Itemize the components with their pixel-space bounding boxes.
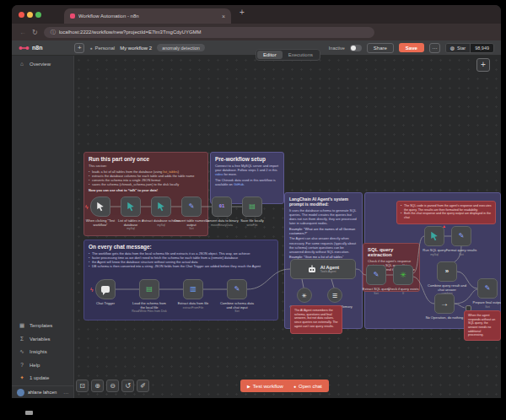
undo-button[interactable]: ↺ [121,380,134,392]
if-icon: ✳ [400,272,406,279]
person-icon: ● [89,46,92,51]
tab-title: Workflow Automation - n8n [78,13,218,19]
breadcrumb-project[interactable]: Personal [94,46,115,51]
save-button[interactable]: Save [399,43,424,52]
brand-name: n8n [32,45,42,51]
node-save-file[interactable]: ▤ [242,197,262,217]
sidebar-item-insights[interactable]: ∿ Insights [12,345,73,358]
memory-icon: ☰ [332,293,337,299]
openai-icon: ✳ [302,293,307,299]
node-extract-file[interactable]: ▥ [183,279,203,299]
node-buffer-memory[interactable]: ☰ [327,288,342,303]
edit-fields-icon: ✎ [189,203,195,210]
share-button[interactable]: Share [367,43,394,53]
desktop-sliver [25,411,33,415]
sidebar-item-variables[interactable]: Σ Variables [12,332,73,345]
sticky-note-sql-run[interactable]: The SQL code is parsed from the agent's … [396,201,496,224]
sticky-note-memory[interactable]: The AI Agent remembers the schema, quest… [290,305,342,334]
variables-icon: Σ [19,336,25,342]
zoom-out-button[interactable]: ⊖ [106,380,119,392]
node-check-query[interactable]: ✳ [393,265,413,285]
github-star-widget[interactable]: ◍Star 98,949 [445,43,494,53]
write-file-icon: ▤ [249,203,256,210]
extract-file-icon: ▥ [190,286,196,293]
sidebar: ⌂ Overview ▦ Templates Σ Variables ∿ Ins… [12,56,74,398]
new-tab-button[interactable]: + [240,8,245,17]
node-openai-model[interactable]: ✳ [297,288,312,303]
n8n-logo: n8n [19,45,42,51]
sticky-note-direct[interactable]: When the agent responds without an SQL q… [464,310,501,341]
avatar [17,389,24,396]
robot-icon [307,265,317,273]
zoom-window-button[interactable] [35,12,41,18]
fit-view-button[interactable]: ⊡ [76,380,89,392]
reload-icon[interactable]: ↻ [32,29,38,36]
add-button[interactable]: + [74,43,84,53]
active-toggle[interactable] [350,45,362,51]
node-noop[interactable]: → [434,293,455,314]
workflow-canvas[interactable]: + Run this part only once This section: … [74,56,501,398]
mysql-icon [126,202,136,212]
open-chat-button[interactable]: ● Open chat [287,380,329,392]
tab-executions[interactable]: Executions [283,51,319,59]
browser-tab[interactable]: Workflow Automation - n8n × [64,8,231,24]
chat-icon [101,286,110,293]
tidy-up-button[interactable]: ✐ [137,380,149,392]
arrow-icon: → [440,299,449,308]
more-menu-button[interactable]: ⋯ [429,43,440,53]
node-ai-agent[interactable]: AI AgentTools Agent [290,259,356,279]
node-load-schema[interactable]: ▤ [139,279,159,299]
node-combine-result[interactable]: » [437,261,457,282]
user-menu[interactable]: ahlane lahcen ⋯ [12,385,73,398]
n8n-logo-icon [19,45,30,51]
node-extract-schema[interactable] [151,197,171,217]
node-manual-trigger[interactable]: ϟ [90,197,110,217]
node-combine-input[interactable]: ✎ [227,279,247,299]
url-text: localhost:2222/workflow/new?projectId=E7… [59,30,202,35]
user-menu-icon[interactable]: ⋯ [63,390,68,396]
close-window-button[interactable] [19,12,24,18]
node-chat-trigger[interactable]: ϟ [95,279,116,299]
site-info-icon[interactable]: ⓘ [51,29,56,36]
address-bar[interactable]: ⓘ localhost:2222/workflow/new?projectId=… [44,27,374,38]
node-run-sql[interactable]: ▲ [424,226,444,246]
cursor-icon [95,202,105,212]
node-extract-sql[interactable]: ✎ [366,265,386,285]
node-format-schema[interactable]: ✎ [181,197,202,217]
workflow-name[interactable]: My workflow 2 [120,46,152,51]
play-icon: ▶ [247,384,250,389]
node-format-results[interactable]: ✎ [451,226,471,246]
canvas-controls: ⊡ ⊕ ⊖ ↺ ✐ [76,380,149,392]
sidebar-item-updates[interactable]: ✦ 1 update [12,371,73,385]
sidebar-item-templates[interactable]: ▦ Templates [12,319,73,332]
tab-editor[interactable]: Editor [257,51,283,59]
active-toggle-label: Inactive [329,46,345,51]
tab-close-icon[interactable]: × [222,13,225,19]
binary-data-icon: 01 [219,204,225,209]
star-label: Star [457,46,466,51]
templates-icon: ▦ [19,322,25,329]
test-workflow-button[interactable]: ▶ Test workflow [240,380,290,392]
minimize-window-button[interactable] [27,12,33,18]
n8n-favicon [70,13,75,19]
edit-fields-icon: ✎ [459,233,465,240]
mysql-icon [429,231,439,241]
node-prepare-final[interactable]: ✎ [477,278,498,299]
sidebar-item-overview[interactable]: ⌂ Overview [12,57,73,70]
node-convert-binary[interactable]: 01 [212,197,232,217]
gift-icon: ✦ [19,374,25,381]
workflow-tag[interactable]: anomaly detection [157,44,205,51]
trigger-bolt-icon: ϟ [85,204,88,210]
edit-fields-icon: ✎ [374,272,380,278]
sidebar-item-help[interactable]: ? Help [12,358,73,371]
breadcrumb[interactable]: ● Personal [89,46,115,51]
node-list-tables[interactable] [121,197,141,217]
insights-icon: ∿ [19,348,25,355]
mysql-icon [156,202,166,212]
zoom-in-button[interactable]: ⊕ [91,380,104,392]
back-icon[interactable]: ← [19,29,26,36]
user-name: ahlane lahcen [28,390,60,395]
browser-toolbar: ← ↻ ⓘ localhost:2222/workflow/new?projec… [12,24,501,40]
read-file-icon: ▤ [146,286,153,293]
home-icon: ⌂ [19,61,25,67]
